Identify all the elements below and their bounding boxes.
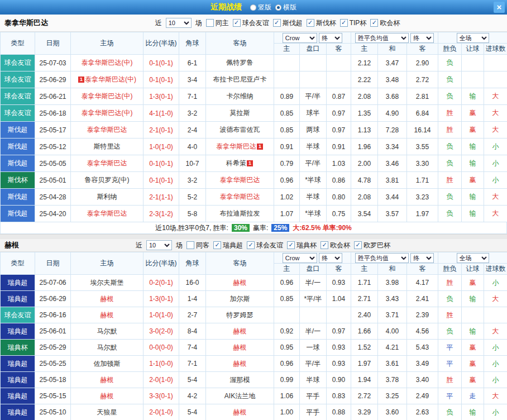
- corner-score: 10-7: [179, 155, 206, 172]
- home-team-cell: 马尔默: [71, 323, 144, 340]
- checkbox-icon[interactable]: [186, 241, 194, 249]
- odds-home: 0.89: [274, 88, 300, 105]
- result-outcome: 胜: [438, 172, 462, 189]
- final-odds-select-1[interactable]: 终: [319, 33, 342, 43]
- section-divider: [0, 234, 507, 239]
- same-venue-checkbox[interactable]: 同客: [186, 241, 209, 250]
- checkbox-icon[interactable]: ✓: [287, 241, 295, 249]
- checkbox-icon[interactable]: ✓: [340, 19, 348, 27]
- close-icon[interactable]: ×: [494, 2, 505, 13]
- odds-away: [327, 307, 351, 323]
- same-venue-checkbox[interactable]: 同主: [206, 18, 229, 28]
- radio-horizontal-label: 横版: [283, 3, 296, 12]
- checkbox-icon[interactable]: ✓: [370, 19, 378, 27]
- final-odds-select-2[interactable]: 终: [410, 253, 434, 263]
- match-score: 1-0(1-0): [144, 139, 179, 155]
- match-row: 瑞典超25-07-06埃尔夫斯堡0-2(0-1)16-0赫根0.96半/一0.9…: [1, 275, 507, 291]
- league-checkbox-0[interactable]: ✓球会友谊: [233, 18, 269, 28]
- checkbox-icon[interactable]: ✓: [213, 241, 221, 249]
- checkbox-icon[interactable]: ✓: [354, 241, 362, 249]
- avg-home: 2.08: [351, 189, 378, 206]
- away-team-cell: 泰拿华斯巴达1: [206, 139, 274, 155]
- league-checkbox-1[interactable]: ✓球会友谊: [247, 241, 283, 250]
- checkbox-icon[interactable]: ✓: [233, 19, 241, 27]
- radio-vertical-icon[interactable]: [250, 4, 256, 11]
- final-odds-select-1[interactable]: 终: [319, 253, 342, 263]
- result-outcome: 负: [438, 55, 462, 71]
- avg-home: 2.40: [351, 307, 378, 323]
- league-checkbox-4[interactable]: ✓欧罗巴杯: [354, 241, 390, 250]
- col-result-goals: 进球数: [484, 44, 507, 55]
- team-name-2: 赫根: [4, 240, 19, 250]
- avg-odds-select[interactable]: 胜平负均值: [355, 33, 409, 43]
- result-goals: [484, 71, 507, 88]
- col-score: 比分(半场): [144, 32, 179, 55]
- final-odds-select-2[interactable]: 终: [410, 33, 434, 43]
- odds-company-select[interactable]: Crow: [283, 33, 317, 43]
- odds-away: [327, 55, 351, 71]
- filter-bar-1: 近10场同主✓球会友谊✓斯伐超✓斯伐杯✓TIP杯✓欧会杯: [48, 18, 507, 28]
- avg-away: 1.97: [407, 206, 438, 222]
- team-name-1: 泰拿华斯巴达: [4, 18, 48, 28]
- avg-away: 16.14: [407, 122, 438, 139]
- league-checkbox-4[interactable]: ✓欧会杯: [370, 18, 400, 28]
- away-team-name: 加尔斯: [230, 295, 250, 303]
- away-team-cell: 赫根: [206, 356, 274, 372]
- league-checkbox-2[interactable]: ✓瑞典杯: [287, 241, 317, 250]
- avg-draw: 3.61: [378, 356, 407, 372]
- competition-badge: 球会友谊: [1, 105, 35, 122]
- result-goals: 大: [484, 189, 507, 206]
- result-handicap: 赢: [462, 340, 484, 356]
- away-team-cell: 泰拿华斯巴达: [206, 189, 274, 206]
- result-outcome: 平: [438, 388, 462, 404]
- avg-away: 3.55: [407, 139, 438, 155]
- match-count-select[interactable]: 10: [166, 18, 192, 28]
- checkbox-icon[interactable]: [206, 19, 214, 27]
- avg-away: 2.63: [407, 404, 438, 420]
- avg-home: 4.78: [351, 172, 378, 189]
- avg-home: 2.72: [351, 388, 378, 404]
- match-row: 球会友谊25-07-03泰拿华斯巴达(中)0-1(0-1)6-1佩特罗鲁2.12…: [1, 55, 507, 71]
- league-checkbox-1[interactable]: ✓斯伐超: [273, 18, 303, 28]
- result-outcome: 胜: [438, 105, 462, 122]
- checkbox-icon[interactable]: ✓: [321, 241, 328, 249]
- col-avg-draw: 和: [378, 264, 407, 275]
- avg-home: 2.12: [351, 55, 378, 71]
- fulltime-select[interactable]: 全场: [457, 33, 489, 43]
- odds-handicap: 半/一: [300, 323, 327, 340]
- league-checkbox-3[interactable]: ✓TIP杯: [340, 18, 367, 28]
- home-team-cell: 埃尔夫斯堡: [71, 275, 144, 291]
- avg-away: 3.30: [407, 155, 438, 172]
- home-team-cell: 泰拿华斯巴达(中): [71, 88, 144, 105]
- layout-horizontal-option[interactable]: 横版: [275, 3, 296, 12]
- home-team-name: 泰拿华斯巴达: [87, 126, 127, 133]
- radio-horizontal-icon[interactable]: [275, 4, 281, 11]
- fulltime-select[interactable]: 全场: [457, 253, 489, 263]
- match-count-select[interactable]: 10: [146, 240, 172, 250]
- odds-company-select[interactable]: Crow: [283, 253, 317, 263]
- avg-away: 2.39: [407, 307, 438, 323]
- match-score: 0-1(0-1): [144, 155, 179, 172]
- competition-badge: 球会友谊: [1, 71, 35, 88]
- league-checkbox-0[interactable]: ✓瑞典超: [213, 241, 243, 250]
- odds-handicap: [300, 307, 327, 323]
- checkbox-icon[interactable]: ✓: [307, 19, 314, 27]
- league-checkbox-2[interactable]: ✓斯伐杯: [307, 18, 336, 28]
- result-goals: [484, 307, 507, 323]
- corner-score: 2-7: [179, 307, 206, 323]
- league-checkbox-3[interactable]: ✓欧会杯: [321, 241, 350, 250]
- competition-badge: 斯伐超: [1, 155, 35, 172]
- checkbox-icon[interactable]: ✓: [273, 19, 281, 27]
- col-avg-away: 客: [407, 264, 438, 275]
- home-team-cell: 赫根: [71, 372, 144, 388]
- result-handicap: 输: [462, 155, 484, 172]
- league-checkbox-2-label: 斯伐杯: [316, 18, 336, 28]
- match-date: 25-05-12: [35, 139, 71, 155]
- card-count-badge: 1: [247, 160, 253, 166]
- layout-vertical-option[interactable]: 竖版: [250, 3, 271, 12]
- result-outcome: 胜: [438, 275, 462, 291]
- avg-home: 1.35: [351, 105, 378, 122]
- odds-away: 0.97: [327, 105, 351, 122]
- checkbox-icon[interactable]: ✓: [247, 241, 255, 249]
- avg-odds-select[interactable]: 胜平负均值: [355, 253, 409, 263]
